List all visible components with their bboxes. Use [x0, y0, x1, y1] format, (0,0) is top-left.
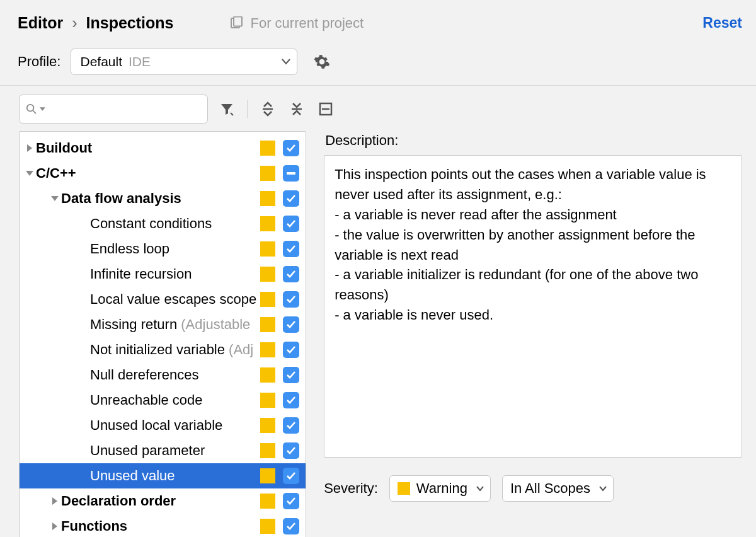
profile-scope: IDE	[129, 54, 151, 69]
profile-name: Default	[80, 54, 122, 69]
reset-defaults-button[interactable]	[316, 99, 336, 119]
tree-node-declaration-order[interactable]: Declaration order	[20, 488, 306, 514]
disclosure-collapsed-icon[interactable]	[49, 497, 61, 505]
filter-button[interactable]	[217, 99, 237, 119]
inspection-checkbox[interactable]	[283, 266, 299, 282]
severity-swatch	[260, 342, 275, 357]
inspections-tree[interactable]: Buildout C/C++ Data flow analysis	[19, 131, 306, 537]
tree-leaf-local-value-escapes[interactable]: Local value escapes scope	[20, 287, 306, 312]
search-dropdown-icon	[40, 106, 45, 112]
inspection-checkbox[interactable]	[283, 241, 299, 257]
disclosure-expanded-icon[interactable]	[49, 195, 61, 202]
dropdown-icon	[476, 486, 484, 492]
reset-link[interactable]: Reset	[702, 14, 742, 32]
tree-node-label: Not initialized variable (Adj	[90, 342, 256, 358]
dropdown-icon	[599, 486, 607, 492]
inspection-checkbox[interactable]	[283, 140, 299, 156]
tree-node-label: Declaration order	[61, 493, 256, 509]
inspection-checkbox[interactable]	[283, 316, 299, 333]
severity-swatch	[260, 418, 275, 433]
tree-leaf-unreachable-code[interactable]: Unreachable code	[20, 388, 306, 413]
inspection-checkbox[interactable]	[283, 165, 299, 182]
search-field[interactable]	[45, 101, 201, 117]
severity-swatch	[260, 241, 275, 257]
inspection-checkbox[interactable]	[283, 518, 299, 534]
expand-all-button[interactable]	[258, 99, 278, 119]
tree-leaf-missing-return[interactable]: Missing return (Adjustable	[20, 312, 306, 337]
profile-label: Profile:	[18, 54, 60, 70]
breadcrumb-leaf: Inspections	[86, 14, 174, 32]
inspection-checkbox[interactable]	[283, 468, 299, 484]
breadcrumb: Editor › Inspections	[18, 14, 173, 32]
tree-node-ccpp[interactable]: C/C++	[20, 161, 306, 186]
header-bar: Editor › Inspections For current project…	[0, 0, 756, 43]
tree-node-label: Endless loop	[90, 241, 256, 257]
severity-label: Severity:	[324, 480, 378, 497]
severity-swatch	[260, 267, 275, 282]
search-input[interactable]	[19, 95, 208, 124]
profile-select[interactable]: Default IDE	[71, 49, 297, 75]
tree-node-label: Data flow analysis	[61, 190, 256, 207]
severity-swatch	[260, 468, 275, 483]
reset-icon	[319, 102, 333, 116]
inspection-checkbox[interactable]	[283, 291, 299, 308]
chevron-right-icon: ›	[72, 14, 77, 32]
profile-settings-button[interactable]	[314, 54, 330, 70]
svg-point-2	[27, 105, 34, 112]
tree-leaf-constant-conditions[interactable]: Constant conditions	[20, 211, 306, 236]
description-text: This inspection points out the cases whe…	[324, 155, 742, 458]
inspection-checkbox[interactable]	[283, 342, 299, 358]
inspection-checkbox[interactable]	[283, 392, 299, 408]
tree-leaf-not-initialized-variable[interactable]: Not initialized variable (Adj	[20, 337, 306, 362]
collapse-all-icon	[289, 101, 304, 117]
severity-scope-value: In All Scopes	[510, 480, 590, 497]
tree-node-label: Null dereferences	[90, 367, 256, 383]
project-scope-icon	[230, 16, 244, 30]
funnel-icon	[219, 101, 234, 117]
disclosure-expanded-icon[interactable]	[23, 170, 36, 177]
tree-node-label: Unused local variable	[90, 417, 256, 434]
tree-node-buildout[interactable]: Buildout	[20, 136, 306, 161]
severity-level-value: Warning	[416, 480, 467, 497]
disclosure-collapsed-icon[interactable]	[23, 144, 36, 153]
description-label: Description:	[325, 132, 742, 149]
tree-leaf-unused-parameter[interactable]: Unused parameter	[20, 438, 306, 463]
tree-node-label: C/C++	[36, 165, 256, 182]
disclosure-collapsed-icon[interactable]	[49, 522, 61, 531]
inspection-checkbox[interactable]	[283, 367, 299, 383]
tree-leaf-endless-loop[interactable]: Endless loop	[20, 236, 306, 262]
tree-leaf-infinite-recursion[interactable]: Infinite recursion	[20, 262, 306, 287]
inspection-checkbox[interactable]	[283, 493, 299, 509]
tree-node-label: Unused value	[90, 468, 256, 484]
severity-swatch	[260, 191, 275, 206]
scope-indicator: For current project	[230, 15, 364, 32]
collapse-all-button[interactable]	[287, 99, 307, 119]
severity-level-select[interactable]: Warning	[389, 475, 491, 502]
inspection-checkbox[interactable]	[283, 442, 299, 459]
breadcrumb-root[interactable]: Editor	[18, 14, 63, 32]
tree-node-functions[interactable]: Functions	[20, 514, 306, 537]
severity-swatch	[260, 393, 275, 408]
tree-node-data-flow[interactable]: Data flow analysis	[20, 186, 306, 211]
inspection-checkbox[interactable]	[283, 190, 299, 207]
inspections-toolbar	[0, 86, 756, 129]
severity-swatch	[398, 482, 410, 495]
tree-node-label: Infinite recursion	[90, 266, 256, 282]
severity-swatch	[260, 141, 275, 156]
scope-text: For current project	[250, 15, 364, 32]
severity-swatch	[260, 519, 275, 534]
expand-all-icon	[260, 101, 275, 117]
inspection-checkbox[interactable]	[283, 417, 299, 434]
inspection-checkbox[interactable]	[283, 216, 299, 232]
svg-line-3	[33, 111, 36, 113]
tree-node-label: Local value escapes scope	[90, 291, 256, 308]
profile-row: Profile: Default IDE	[0, 43, 756, 86]
severity-swatch	[260, 443, 275, 458]
dropdown-icon	[282, 59, 290, 65]
severity-swatch	[260, 494, 275, 509]
tree-leaf-unused-value[interactable]: Unused value	[20, 463, 306, 488]
tree-node-label: Buildout	[36, 140, 256, 156]
tree-leaf-unused-local-variable[interactable]: Unused local variable	[20, 413, 306, 438]
tree-leaf-null-dereferences[interactable]: Null dereferences	[20, 362, 306, 388]
severity-scope-select[interactable]: In All Scopes	[502, 475, 614, 502]
